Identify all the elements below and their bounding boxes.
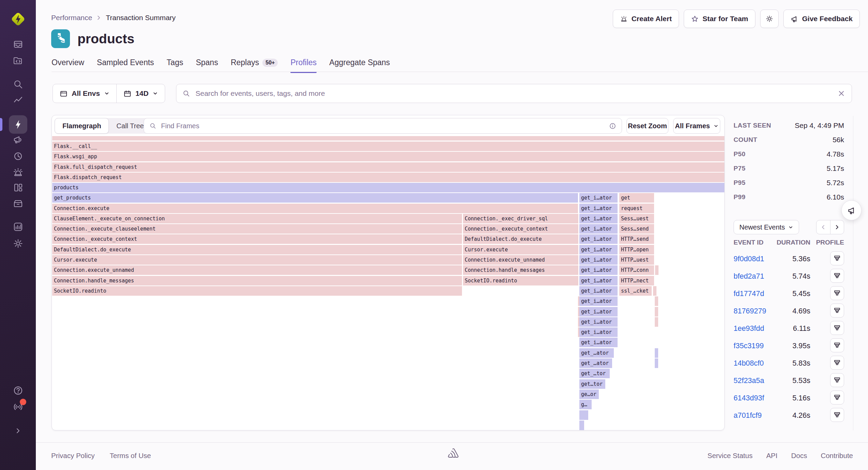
view-profile-button[interactable] <box>830 286 844 300</box>
sidebar-item-alerts[interactable] <box>12 166 24 178</box>
view-profile-button[interactable] <box>830 391 844 405</box>
sidebar-item-dashboards[interactable] <box>12 182 24 193</box>
sidebar-item-profiling[interactable] <box>9 115 27 134</box>
footer-link[interactable]: API <box>766 452 778 460</box>
sidebar-item-settings[interactable] <box>12 238 24 249</box>
flame-frame[interactable] <box>655 307 658 317</box>
footer-link[interactable]: Docs <box>791 452 807 460</box>
flame-frame[interactable]: Connection.execute <box>52 204 578 213</box>
flame-frame[interactable]: Connection.execute_unnamed <box>52 265 462 275</box>
flame-frame[interactable] <box>655 317 658 327</box>
flame-frame[interactable]: HTTP…open <box>619 245 654 254</box>
footer-link[interactable]: Terms of Use <box>110 452 151 460</box>
tab-tags[interactable]: Tags <box>167 58 183 73</box>
flame-frame[interactable]: ClauseElement._execute_on_connection <box>52 214 462 223</box>
flame-frame[interactable]: Connection.handle_messages <box>463 265 578 275</box>
tab-replays[interactable]: Replays50+ <box>231 58 278 73</box>
flame-frame[interactable]: get_i…ator <box>579 193 618 203</box>
flame-frame[interactable]: get_i…ator <box>579 204 618 213</box>
flame-frame[interactable]: get_i…ator <box>579 234 618 244</box>
flame-frame[interactable]: Connection._execute_clauseelement <box>52 224 462 234</box>
sidebar-item-stats[interactable] <box>12 221 24 233</box>
flame-frame[interactable]: get_…tor <box>579 369 610 378</box>
clear-search-icon[interactable] <box>837 89 845 98</box>
view-profile-button[interactable] <box>830 408 844 422</box>
flame-frame[interactable]: Cursor.execute <box>463 245 578 254</box>
event-id-link[interactable]: a701fcf9 <box>734 411 762 420</box>
flame-frame[interactable]: get_i…ator <box>579 255 618 265</box>
flamegraph-canvas[interactable]: Flask.__call__Flask.wsgi_appFlask.full_d… <box>52 136 724 430</box>
tab-profiles[interactable]: Profiles <box>290 58 317 73</box>
view-profile-button[interactable] <box>830 304 844 318</box>
event-id-link[interactable]: 81769279 <box>734 307 766 315</box>
flame-frame[interactable]: Connection._exec_driver_sql <box>463 214 578 223</box>
view-profile-button[interactable] <box>830 251 844 265</box>
flame-frame[interactable]: HTTP…send <box>619 234 654 244</box>
event-id-link[interactable]: 52f23a5a <box>734 377 764 385</box>
flame-frame[interactable]: get_i…ator <box>579 286 618 296</box>
star-for-team-button[interactable]: Star for Team <box>684 10 755 28</box>
flame-frame[interactable]: request <box>619 204 654 213</box>
flame-frame[interactable]: get_i…ator <box>579 307 618 317</box>
next-page-button[interactable] <box>830 220 844 234</box>
help-icon[interactable] <box>12 385 24 396</box>
flame-frame[interactable]: DefaultDialect.do_execute <box>463 234 578 244</box>
tab-overview[interactable]: Overview <box>52 58 84 73</box>
view-profile-button[interactable] <box>830 321 844 335</box>
create-alert-button[interactable]: Create Alert <box>613 10 679 28</box>
flame-frame[interactable]: get_i…ator <box>579 296 618 306</box>
view-profile-button[interactable] <box>830 356 844 370</box>
sentry-logo[interactable] <box>9 10 27 28</box>
flame-frame[interactable] <box>655 348 658 358</box>
tab-sampled-events[interactable]: Sampled Events <box>97 58 154 73</box>
flame-frame[interactable]: SocketIO.readinto <box>52 286 462 296</box>
search-input[interactable] <box>195 89 833 98</box>
frame-filter-dropdown[interactable]: All Frames <box>673 118 720 134</box>
date-range-selector[interactable]: 14D <box>117 84 165 103</box>
flame-frame[interactable] <box>52 136 724 141</box>
flame-frame[interactable]: ssl_…cket <box>619 286 652 296</box>
events-sort-dropdown[interactable]: Newest Events <box>734 220 799 234</box>
flame-frame[interactable]: get_products <box>52 193 578 203</box>
sidebar-item-metrics[interactable] <box>12 95 24 106</box>
flame-frame[interactable] <box>579 410 588 420</box>
flame-frame[interactable]: Sess…send <box>619 224 654 234</box>
flamegraph-mode-button[interactable]: Flamegraph <box>55 118 109 134</box>
event-id-link[interactable]: 6143d93f <box>734 394 764 402</box>
flame-frame[interactable]: get_i…ator <box>579 327 618 337</box>
view-profile-button[interactable] <box>830 338 844 352</box>
flame-frame[interactable]: Flask.dispatch_request <box>52 173 724 182</box>
give-feedback-button[interactable]: Give Feedback <box>783 10 860 28</box>
flame-frame[interactable]: DefaultDialect.do_execute <box>52 245 462 254</box>
flame-frame[interactable] <box>655 358 658 368</box>
flame-frame[interactable] <box>655 265 659 275</box>
flame-frame[interactable]: Flask.full_dispatch_request <box>52 162 724 172</box>
event-id-link[interactable]: f35c3199 <box>734 342 764 350</box>
flame-frame[interactable]: get_i…ator <box>579 214 618 223</box>
tab-aggregate-spans[interactable]: Aggregate Spans <box>329 58 390 73</box>
flame-frame[interactable]: Connection._execute_context <box>52 234 462 244</box>
flame-frame[interactable]: get…tor <box>579 379 605 389</box>
info-icon[interactable] <box>609 122 616 130</box>
event-id-link[interactable]: fd17747d <box>734 290 764 298</box>
flame-frame[interactable]: get_i…ator <box>579 317 618 327</box>
flame-frame[interactable]: ge…or <box>579 390 599 399</box>
flame-frame[interactable]: Connection._execute_context <box>463 224 578 234</box>
flame-frame[interactable]: get_i…ator <box>579 265 618 275</box>
view-profile-button[interactable] <box>830 269 844 283</box>
flame-frame[interactable]: get <box>619 193 654 203</box>
event-id-link[interactable]: bfed2a71 <box>734 272 764 281</box>
flame-frame[interactable] <box>655 296 658 306</box>
flame-frame[interactable] <box>653 286 656 296</box>
flame-frame[interactable]: get_i…ator <box>579 245 618 254</box>
tab-spans[interactable]: Spans <box>196 58 218 73</box>
flame-frame[interactable]: HTTP…conn <box>619 265 654 275</box>
flame-frame[interactable] <box>580 428 583 430</box>
environment-selector[interactable]: All Envs <box>53 84 116 103</box>
footer-link[interactable]: Contribute <box>821 452 853 460</box>
footer-link[interactable]: Service Status <box>707 452 752 460</box>
view-profile-button[interactable] <box>830 373 844 387</box>
flame-frame[interactable]: get_i…ator <box>579 224 618 234</box>
sentry-footer-logo[interactable] <box>447 447 460 460</box>
sidebar-item-releases[interactable] <box>12 134 24 146</box>
